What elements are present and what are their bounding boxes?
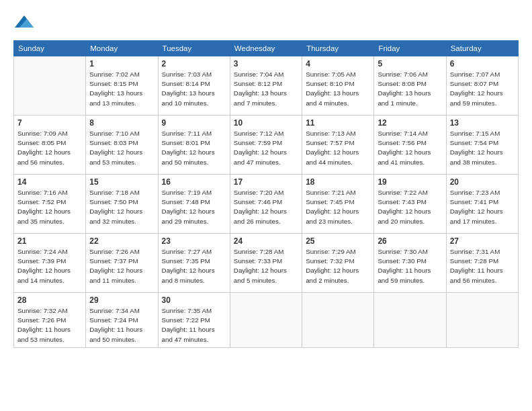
day-number: 29 xyxy=(89,295,154,305)
day-number: 30 xyxy=(162,295,226,305)
calendar-cell: 27Sunrise: 7:31 AMSunset: 7:28 PMDayligh… xyxy=(446,234,518,293)
weekday-header-sunday: Sunday xyxy=(14,41,86,56)
cell-info: Sunrise: 7:12 AMSunset: 7:59 PMDaylight:… xyxy=(234,129,298,167)
day-number: 17 xyxy=(234,177,298,187)
weekday-header-friday: Friday xyxy=(374,41,446,56)
calendar-cell: 29Sunrise: 7:34 AMSunset: 7:24 PMDayligh… xyxy=(86,293,158,348)
cell-info: Sunrise: 7:14 AMSunset: 7:56 PMDaylight:… xyxy=(378,129,442,167)
calendar-row-4: 28Sunrise: 7:32 AMSunset: 7:26 PMDayligh… xyxy=(14,293,519,348)
calendar-cell: 17Sunrise: 7:20 AMSunset: 7:46 PMDayligh… xyxy=(230,175,302,234)
calendar-cell: 16Sunrise: 7:19 AMSunset: 7:48 PMDayligh… xyxy=(158,175,230,234)
cell-info: Sunrise: 7:09 AMSunset: 8:05 PMDaylight:… xyxy=(17,129,82,167)
calendar-cell: 18Sunrise: 7:21 AMSunset: 7:45 PMDayligh… xyxy=(302,175,374,234)
calendar-cell: 10Sunrise: 7:12 AMSunset: 7:59 PMDayligh… xyxy=(230,116,302,175)
day-number: 19 xyxy=(378,177,442,187)
calendar-cell: 7Sunrise: 7:09 AMSunset: 8:05 PMDaylight… xyxy=(14,116,86,175)
cell-info: Sunrise: 7:20 AMSunset: 7:46 PMDaylight:… xyxy=(234,188,298,226)
calendar-cell: 11Sunrise: 7:13 AMSunset: 7:57 PMDayligh… xyxy=(302,116,374,175)
calendar-table: SundayMondayTuesdayWednesdayThursdayFrid… xyxy=(13,40,519,348)
cell-info: Sunrise: 7:04 AMSunset: 8:12 PMDaylight:… xyxy=(234,70,298,108)
calendar-cell: 1Sunrise: 7:02 AMSunset: 8:15 PMDaylight… xyxy=(86,56,158,116)
cell-info: Sunrise: 7:32 AMSunset: 7:26 PMDaylight:… xyxy=(17,306,82,345)
calendar-cell: 30Sunrise: 7:35 AMSunset: 7:22 PMDayligh… xyxy=(158,293,230,348)
day-number: 16 xyxy=(162,177,226,187)
day-number: 28 xyxy=(17,295,82,305)
cell-info: Sunrise: 7:16 AMSunset: 7:52 PMDaylight:… xyxy=(17,188,82,226)
calendar-row-3: 21Sunrise: 7:24 AMSunset: 7:39 PMDayligh… xyxy=(14,234,519,293)
cell-info: Sunrise: 7:35 AMSunset: 7:22 PMDaylight:… xyxy=(162,306,226,345)
day-number: 1 xyxy=(89,59,154,68)
calendar-cell: 24Sunrise: 7:28 AMSunset: 7:33 PMDayligh… xyxy=(230,234,302,293)
day-number: 18 xyxy=(306,177,370,187)
cell-info: Sunrise: 7:19 AMSunset: 7:48 PMDaylight:… xyxy=(162,188,226,226)
cell-info: Sunrise: 7:02 AMSunset: 8:15 PMDaylight:… xyxy=(89,70,154,108)
day-number: 6 xyxy=(450,59,515,68)
calendar-cell: 4Sunrise: 7:05 AMSunset: 8:10 PMDaylight… xyxy=(302,56,374,116)
day-number: 8 xyxy=(89,118,154,128)
calendar-cell: 12Sunrise: 7:14 AMSunset: 7:56 PMDayligh… xyxy=(374,116,446,175)
day-number: 10 xyxy=(234,118,298,128)
day-number: 5 xyxy=(378,59,442,68)
calendar-cell xyxy=(446,293,518,348)
weekday-header-row: SundayMondayTuesdayWednesdayThursdayFrid… xyxy=(14,41,519,56)
cell-info: Sunrise: 7:27 AMSunset: 7:35 PMDaylight:… xyxy=(162,247,226,285)
calendar-cell: 21Sunrise: 7:24 AMSunset: 7:39 PMDayligh… xyxy=(14,234,86,293)
day-number: 9 xyxy=(162,118,226,128)
day-number: 12 xyxy=(378,118,442,128)
day-number: 27 xyxy=(450,236,515,246)
cell-info: Sunrise: 7:23 AMSunset: 7:41 PMDaylight:… xyxy=(450,188,515,226)
cell-info: Sunrise: 7:30 AMSunset: 7:30 PMDaylight:… xyxy=(378,247,442,285)
calendar-cell: 25Sunrise: 7:29 AMSunset: 7:32 PMDayligh… xyxy=(302,234,374,293)
calendar-row-0: 1Sunrise: 7:02 AMSunset: 8:15 PMDaylight… xyxy=(14,56,519,116)
day-number: 23 xyxy=(162,236,226,246)
calendar-cell: 20Sunrise: 7:23 AMSunset: 7:41 PMDayligh… xyxy=(446,175,518,234)
cell-info: Sunrise: 7:05 AMSunset: 8:10 PMDaylight:… xyxy=(306,70,370,108)
calendar-cell xyxy=(230,293,302,348)
cell-info: Sunrise: 7:22 AMSunset: 7:43 PMDaylight:… xyxy=(378,188,442,226)
weekday-header-saturday: Saturday xyxy=(446,41,518,56)
cell-info: Sunrise: 7:29 AMSunset: 7:32 PMDaylight:… xyxy=(306,247,370,285)
cell-info: Sunrise: 7:03 AMSunset: 8:14 PMDaylight:… xyxy=(162,70,226,108)
calendar-cell: 26Sunrise: 7:30 AMSunset: 7:30 PMDayligh… xyxy=(374,234,446,293)
day-number: 20 xyxy=(450,177,515,187)
calendar-cell xyxy=(14,56,86,116)
day-number: 15 xyxy=(89,177,154,187)
calendar-cell: 23Sunrise: 7:27 AMSunset: 7:35 PMDayligh… xyxy=(158,234,230,293)
calendar-cell: 28Sunrise: 7:32 AMSunset: 7:26 PMDayligh… xyxy=(14,293,86,348)
cell-info: Sunrise: 7:18 AMSunset: 7:50 PMDaylight:… xyxy=(89,188,154,226)
cell-info: Sunrise: 7:10 AMSunset: 8:03 PMDaylight:… xyxy=(89,129,154,167)
cell-info: Sunrise: 7:21 AMSunset: 7:45 PMDaylight:… xyxy=(306,188,370,226)
weekday-header-monday: Monday xyxy=(86,41,158,56)
cell-info: Sunrise: 7:34 AMSunset: 7:24 PMDaylight:… xyxy=(89,306,154,345)
cell-info: Sunrise: 7:07 AMSunset: 8:07 PMDaylight:… xyxy=(450,70,515,108)
cell-info: Sunrise: 7:24 AMSunset: 7:39 PMDaylight:… xyxy=(17,247,82,285)
page: SundayMondayTuesdayWednesdayThursdayFrid… xyxy=(0,0,532,411)
cell-info: Sunrise: 7:28 AMSunset: 7:33 PMDaylight:… xyxy=(234,247,298,285)
day-number: 7 xyxy=(17,118,82,128)
calendar-cell: 9Sunrise: 7:11 AMSunset: 8:01 PMDaylight… xyxy=(158,116,230,175)
cell-info: Sunrise: 7:31 AMSunset: 7:28 PMDaylight:… xyxy=(450,247,515,285)
day-number: 22 xyxy=(89,236,154,246)
header xyxy=(13,12,519,34)
day-number: 13 xyxy=(450,118,515,128)
calendar-cell: 13Sunrise: 7:15 AMSunset: 7:54 PMDayligh… xyxy=(446,116,518,175)
cell-info: Sunrise: 7:06 AMSunset: 8:08 PMDaylight:… xyxy=(378,70,442,108)
calendar-cell: 15Sunrise: 7:18 AMSunset: 7:50 PMDayligh… xyxy=(86,175,158,234)
calendar-cell: 6Sunrise: 7:07 AMSunset: 8:07 PMDaylight… xyxy=(446,56,518,116)
weekday-header-wednesday: Wednesday xyxy=(230,41,302,56)
cell-info: Sunrise: 7:26 AMSunset: 7:37 PMDaylight:… xyxy=(89,247,154,285)
calendar-cell: 19Sunrise: 7:22 AMSunset: 7:43 PMDayligh… xyxy=(374,175,446,234)
calendar-cell: 3Sunrise: 7:04 AMSunset: 8:12 PMDaylight… xyxy=(230,56,302,116)
day-number: 3 xyxy=(234,59,298,68)
weekday-header-thursday: Thursday xyxy=(302,41,374,56)
calendar-cell: 8Sunrise: 7:10 AMSunset: 8:03 PMDaylight… xyxy=(86,116,158,175)
calendar-cell: 22Sunrise: 7:26 AMSunset: 7:37 PMDayligh… xyxy=(86,234,158,293)
day-number: 2 xyxy=(162,59,226,68)
day-number: 11 xyxy=(306,118,370,128)
day-number: 24 xyxy=(234,236,298,246)
calendar-cell: 2Sunrise: 7:03 AMSunset: 8:14 PMDaylight… xyxy=(158,56,230,116)
day-number: 21 xyxy=(17,236,82,246)
calendar-cell: 14Sunrise: 7:16 AMSunset: 7:52 PMDayligh… xyxy=(14,175,86,234)
logo-icon xyxy=(15,12,34,31)
day-number: 14 xyxy=(17,177,82,187)
